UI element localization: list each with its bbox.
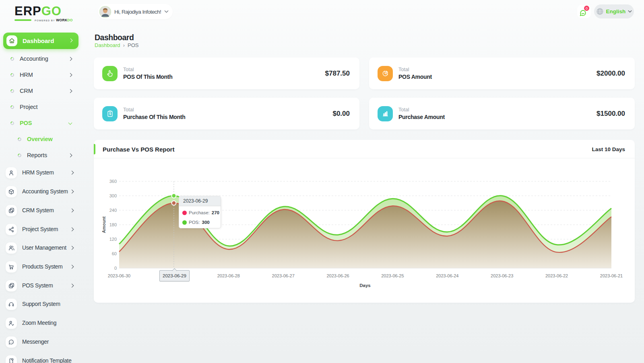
svg-text:Amount: Amount <box>101 216 106 233</box>
svg-text:2023-06-27: 2023-06-27 <box>272 273 295 278</box>
svg-text:60: 60 <box>112 251 117 256</box>
svg-text:2023-06-22: 2023-06-22 <box>545 273 568 278</box>
svg-text:2023-06-28: 2023-06-28 <box>217 273 240 278</box>
svg-text:0: 0 <box>114 266 117 271</box>
svg-text:Days: Days <box>359 283 371 288</box>
svg-text:2023-06-26: 2023-06-26 <box>326 273 349 278</box>
svg-text:180: 180 <box>109 222 117 227</box>
svg-text:120: 120 <box>109 237 117 242</box>
svg-text:2023-06-21: 2023-06-21 <box>600 273 623 278</box>
svg-text:2023-06-30: 2023-06-30 <box>108 273 130 278</box>
svg-text:2023-06-23: 2023-06-23 <box>491 273 513 278</box>
svg-text:360: 360 <box>109 179 117 184</box>
svg-text:300: 300 <box>109 193 117 198</box>
svg-text:2023-06-25: 2023-06-25 <box>381 273 404 278</box>
svg-text:240: 240 <box>109 208 117 213</box>
svg-text:2023-06-24: 2023-06-24 <box>436 273 458 278</box>
